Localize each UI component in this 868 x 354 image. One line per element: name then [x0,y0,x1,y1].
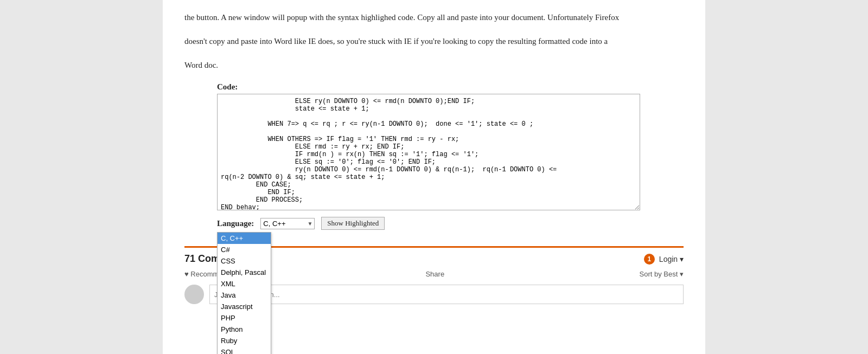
language-select-wrapper: C, C++C#CSSDelphi, PascalXMLJavaJavascri… [260,218,315,229]
sort-button[interactable]: Sort by Best ▾ [640,270,684,278]
login-button[interactable]: Login ▾ [659,255,684,263]
login-badge: 1 [644,254,655,265]
dropdown-item-cpp[interactable]: C, C++ [218,233,271,244]
comment-input[interactable] [209,285,684,304]
intro-text-2: doesn't copy and paste into Word like IE… [184,35,684,48]
language-dropdown: C, C++ C# CSS Delphi, Pascal XML Java Ja… [217,232,271,354]
dropdown-item-xml[interactable]: XML [218,278,271,289]
comments-right: 1 Login ▾ [644,254,684,265]
dropdown-item-javascript[interactable]: Javascript [218,301,271,312]
dropdown-item-csharp[interactable]: C# [218,244,271,255]
dropdown-item-java[interactable]: Java [218,289,271,301]
intro-text-1: the button. A new window will popup with… [184,11,684,24]
share-button[interactable]: Share [425,270,444,278]
page-wrapper: the button. A new window will popup with… [163,0,705,354]
dropdown-item-python[interactable]: Python [218,324,271,335]
dropdown-item-sql[interactable]: SQL [218,346,271,354]
code-label: Code: [217,82,684,92]
dropdown-item-css[interactable]: CSS [218,255,271,267]
code-section: Code: Language: C, C++C#CSSDelphi, Pasca… [217,82,684,230]
language-label: Language: [217,219,254,228]
language-select[interactable]: C, C++C#CSSDelphi, PascalXMLJavaJavascri… [260,218,315,229]
dropdown-item-ruby[interactable]: Ruby [218,335,271,346]
avatar [184,285,204,304]
language-row: Language: C, C++C#CSSDelphi, PascalXMLJa… [217,217,684,230]
code-textarea[interactable] [217,94,640,210]
intro-text-3: Word doc. [184,59,684,72]
show-highlighted-button[interactable]: Show Highlighted [321,217,385,230]
dropdown-item-php[interactable]: PHP [218,312,271,324]
dropdown-item-delphi[interactable]: Delphi, Pascal [218,267,271,278]
